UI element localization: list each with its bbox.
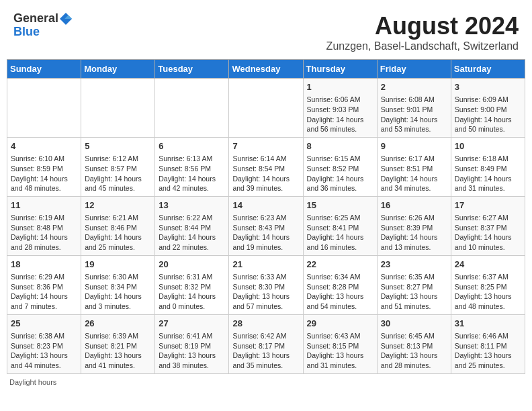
calendar-cell: 5Sunrise: 6:12 AM Sunset: 8:57 PM Daylig… <box>81 137 155 196</box>
day-number: 22 <box>307 259 373 271</box>
day-number: 29 <box>307 318 373 330</box>
day-number: 24 <box>455 259 521 271</box>
calendar-day-header: Sunday <box>7 60 81 79</box>
day-info: Sunrise: 6:21 AM Sunset: 8:46 PM Dayligh… <box>85 213 151 253</box>
day-info: Sunrise: 6:29 AM Sunset: 8:36 PM Dayligh… <box>11 272 77 312</box>
day-number: 4 <box>11 140 77 152</box>
page-header: General Blue August 2024 Zunzgen, Basel-… <box>7 7 525 55</box>
calendar-cell: 3Sunrise: 6:09 AM Sunset: 9:00 PM Daylig… <box>451 79 525 138</box>
calendar-cell: 28Sunrise: 6:42 AM Sunset: 8:17 PM Dayli… <box>229 314 303 373</box>
calendar-week-row: 18Sunrise: 6:29 AM Sunset: 8:36 PM Dayli… <box>7 255 525 314</box>
day-info: Sunrise: 6:42 AM Sunset: 8:17 PM Dayligh… <box>232 331 299 371</box>
day-number: 18 <box>11 259 77 271</box>
logo-blue-text: Blue <box>13 26 72 39</box>
calendar-week-row: 1Sunrise: 6:06 AM Sunset: 9:03 PM Daylig… <box>7 79 525 138</box>
day-number: 5 <box>85 140 151 152</box>
calendar-cell: 1Sunrise: 6:06 AM Sunset: 9:03 PM Daylig… <box>303 79 377 138</box>
day-number: 28 <box>232 318 299 330</box>
day-number: 9 <box>381 140 447 152</box>
calendar-cell: 16Sunrise: 6:26 AM Sunset: 8:39 PM Dayli… <box>377 196 451 255</box>
calendar-week-row: 4Sunrise: 6:10 AM Sunset: 8:59 PM Daylig… <box>7 137 525 196</box>
day-info: Sunrise: 6:09 AM Sunset: 9:00 PM Dayligh… <box>455 95 521 134</box>
day-info: Sunrise: 6:06 AM Sunset: 9:03 PM Dayligh… <box>307 95 373 134</box>
calendar-day-header: Friday <box>377 60 451 79</box>
day-info: Sunrise: 6:15 AM Sunset: 8:52 PM Dayligh… <box>307 154 373 193</box>
footer-label: Daylight hours <box>9 378 56 386</box>
day-info: Sunrise: 6:26 AM Sunset: 8:39 PM Dayligh… <box>381 213 447 253</box>
calendar-cell: 30Sunrise: 6:45 AM Sunset: 8:13 PM Dayli… <box>377 314 451 373</box>
calendar-cell: 8Sunrise: 6:15 AM Sunset: 8:52 PM Daylig… <box>303 137 377 196</box>
footer: Daylight hours <box>7 378 525 386</box>
day-number: 7 <box>232 140 299 152</box>
day-number: 27 <box>159 318 225 330</box>
day-number: 19 <box>85 259 151 271</box>
day-number: 13 <box>159 199 225 212</box>
calendar-cell <box>81 79 155 138</box>
calendar-cell: 22Sunrise: 6:34 AM Sunset: 8:28 PM Dayli… <box>303 255 377 314</box>
day-info: Sunrise: 6:46 AM Sunset: 8:11 PM Dayligh… <box>455 331 521 371</box>
logo-icon <box>60 13 72 25</box>
day-number: 23 <box>381 259 447 271</box>
day-info: Sunrise: 6:22 AM Sunset: 8:44 PM Dayligh… <box>159 213 225 253</box>
day-info: Sunrise: 6:23 AM Sunset: 8:43 PM Dayligh… <box>232 213 299 253</box>
day-number: 2 <box>381 81 447 93</box>
calendar-cell: 31Sunrise: 6:46 AM Sunset: 8:11 PM Dayli… <box>451 314 525 373</box>
calendar-header-row: SundayMondayTuesdayWednesdayThursdayFrid… <box>7 60 525 79</box>
day-number: 17 <box>455 199 521 212</box>
day-info: Sunrise: 6:37 AM Sunset: 8:25 PM Dayligh… <box>455 272 521 312</box>
calendar-week-row: 25Sunrise: 6:38 AM Sunset: 8:23 PM Dayli… <box>7 314 525 373</box>
calendar-day-header: Monday <box>81 60 155 79</box>
day-number: 8 <box>307 140 373 152</box>
logo-general-text: General <box>13 12 58 26</box>
calendar-cell: 21Sunrise: 6:33 AM Sunset: 8:30 PM Dayli… <box>229 255 303 314</box>
day-info: Sunrise: 6:08 AM Sunset: 9:01 PM Dayligh… <box>381 95 447 134</box>
day-number: 25 <box>11 318 77 330</box>
calendar-cell: 19Sunrise: 6:30 AM Sunset: 8:34 PM Dayli… <box>81 255 155 314</box>
calendar-cell: 24Sunrise: 6:37 AM Sunset: 8:25 PM Dayli… <box>451 255 525 314</box>
calendar-cell: 7Sunrise: 6:14 AM Sunset: 8:54 PM Daylig… <box>229 137 303 196</box>
day-info: Sunrise: 6:10 AM Sunset: 8:59 PM Dayligh… <box>11 154 77 193</box>
calendar-cell: 10Sunrise: 6:18 AM Sunset: 8:49 PM Dayli… <box>451 137 525 196</box>
calendar-cell: 29Sunrise: 6:43 AM Sunset: 8:15 PM Dayli… <box>303 314 377 373</box>
day-number: 15 <box>307 199 373 212</box>
calendar-cell <box>7 79 81 138</box>
day-number: 12 <box>85 199 151 212</box>
day-number: 6 <box>159 140 225 152</box>
calendar-day-header: Wednesday <box>229 60 303 79</box>
calendar-day-header: Tuesday <box>155 60 229 79</box>
calendar-cell: 14Sunrise: 6:23 AM Sunset: 8:43 PM Dayli… <box>229 196 303 255</box>
calendar-cell <box>155 79 229 138</box>
day-info: Sunrise: 6:33 AM Sunset: 8:30 PM Dayligh… <box>232 272 299 312</box>
day-number: 20 <box>159 259 225 271</box>
main-title: August 2024 <box>326 12 519 40</box>
day-number: 3 <box>455 81 521 93</box>
calendar-cell: 11Sunrise: 6:19 AM Sunset: 8:48 PM Dayli… <box>7 196 81 255</box>
day-number: 11 <box>11 199 77 212</box>
calendar-cell: 13Sunrise: 6:22 AM Sunset: 8:44 PM Dayli… <box>155 196 229 255</box>
calendar-cell: 26Sunrise: 6:39 AM Sunset: 8:21 PM Dayli… <box>81 314 155 373</box>
day-number: 16 <box>381 199 447 212</box>
day-info: Sunrise: 6:25 AM Sunset: 8:41 PM Dayligh… <box>307 213 373 253</box>
day-number: 30 <box>381 318 447 330</box>
day-info: Sunrise: 6:14 AM Sunset: 8:54 PM Dayligh… <box>232 154 299 193</box>
calendar-cell: 18Sunrise: 6:29 AM Sunset: 8:36 PM Dayli… <box>7 255 81 314</box>
calendar-day-header: Saturday <box>451 60 525 79</box>
logo: General Blue <box>13 12 72 39</box>
day-info: Sunrise: 6:19 AM Sunset: 8:48 PM Dayligh… <box>11 213 77 253</box>
calendar-cell: 27Sunrise: 6:41 AM Sunset: 8:19 PM Dayli… <box>155 314 229 373</box>
calendar-cell <box>229 79 303 138</box>
day-info: Sunrise: 6:35 AM Sunset: 8:27 PM Dayligh… <box>381 272 447 312</box>
calendar-week-row: 11Sunrise: 6:19 AM Sunset: 8:48 PM Dayli… <box>7 196 525 255</box>
day-info: Sunrise: 6:18 AM Sunset: 8:49 PM Dayligh… <box>455 154 521 193</box>
day-info: Sunrise: 6:31 AM Sunset: 8:32 PM Dayligh… <box>159 272 225 312</box>
day-info: Sunrise: 6:38 AM Sunset: 8:23 PM Dayligh… <box>11 331 77 371</box>
day-info: Sunrise: 6:12 AM Sunset: 8:57 PM Dayligh… <box>85 154 151 193</box>
day-info: Sunrise: 6:27 AM Sunset: 8:37 PM Dayligh… <box>455 213 521 253</box>
calendar-cell: 25Sunrise: 6:38 AM Sunset: 8:23 PM Dayli… <box>7 314 81 373</box>
day-info: Sunrise: 6:13 AM Sunset: 8:56 PM Dayligh… <box>159 154 225 193</box>
title-section: August 2024 Zunzgen, Basel-Landschaft, S… <box>326 12 519 52</box>
day-info: Sunrise: 6:43 AM Sunset: 8:15 PM Dayligh… <box>307 331 373 371</box>
day-info: Sunrise: 6:39 AM Sunset: 8:21 PM Dayligh… <box>85 331 151 371</box>
calendar-cell: 2Sunrise: 6:08 AM Sunset: 9:01 PM Daylig… <box>377 79 451 138</box>
subtitle: Zunzgen, Basel-Landschaft, Switzerland <box>326 40 519 52</box>
